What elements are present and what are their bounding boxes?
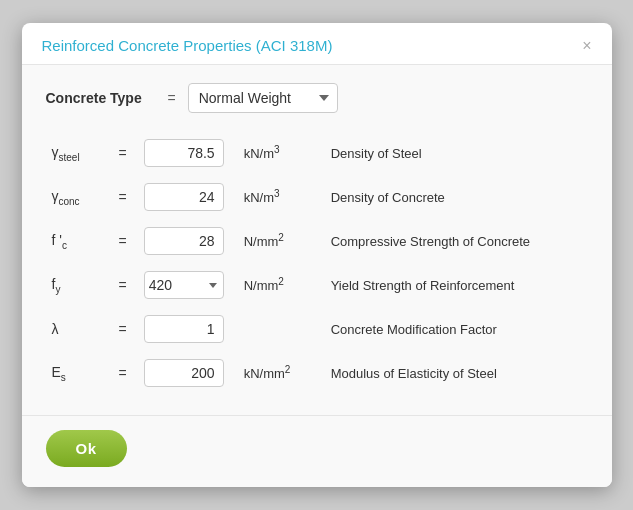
prop-unit: kN/m3 xyxy=(238,175,325,219)
prop-unit xyxy=(238,307,325,351)
concrete-type-equals: = xyxy=(168,90,176,106)
prop-symbol: γsteel xyxy=(46,131,108,175)
prop-unit: kN/m3 xyxy=(238,131,325,175)
prop-input-0[interactable] xyxy=(144,139,224,167)
prop-description: Yield Strength of Reinforcement xyxy=(325,263,588,307)
concrete-type-row: Concrete Type = Normal Weight Lightweigh… xyxy=(46,83,588,113)
prop-input-5[interactable] xyxy=(144,359,224,387)
dialog-footer: Ok xyxy=(22,415,612,487)
prop-description: Concrete Modification Factor xyxy=(325,307,588,351)
prop-select-3[interactable]: 280350420500 xyxy=(144,271,224,299)
prop-input-2[interactable] xyxy=(144,227,224,255)
prop-symbol: Es xyxy=(46,351,108,395)
prop-unit: kN/mm2 xyxy=(238,351,325,395)
prop-symbol: γconc xyxy=(46,175,108,219)
prop-description: Density of Concrete xyxy=(325,175,588,219)
prop-input-4[interactable] xyxy=(144,315,224,343)
table-row: γconc=kN/m3Density of Concrete xyxy=(46,175,588,219)
prop-equals: = xyxy=(108,175,138,219)
table-row: f 'c=N/mm2Compressive Strength of Concre… xyxy=(46,219,588,263)
prop-unit: N/mm2 xyxy=(238,219,325,263)
prop-symbol: λ xyxy=(46,307,108,351)
prop-equals: = xyxy=(108,307,138,351)
concrete-type-label: Concrete Type xyxy=(46,90,156,106)
prop-symbol: fy xyxy=(46,263,108,307)
prop-unit: N/mm2 xyxy=(238,263,325,307)
prop-description: Density of Steel xyxy=(325,131,588,175)
dialog-header: Reinforced Concrete Properties (ACI 318M… xyxy=(22,23,612,65)
prop-description: Modulus of Elasticity of Steel xyxy=(325,351,588,395)
prop-symbol: f 'c xyxy=(46,219,108,263)
prop-equals: = xyxy=(108,219,138,263)
concrete-type-select[interactable]: Normal Weight Lightweight xyxy=(188,83,338,113)
prop-description: Compressive Strength of Concrete xyxy=(325,219,588,263)
table-row: λ=Concrete Modification Factor xyxy=(46,307,588,351)
table-row: γsteel=kN/m3Density of Steel xyxy=(46,131,588,175)
dialog-title: Reinforced Concrete Properties (ACI 318M… xyxy=(42,37,333,54)
ok-button[interactable]: Ok xyxy=(46,430,127,467)
prop-equals: = xyxy=(108,351,138,395)
table-row: Es=kN/mm2Modulus of Elasticity of Steel xyxy=(46,351,588,395)
dialog: Reinforced Concrete Properties (ACI 318M… xyxy=(22,23,612,487)
prop-equals: = xyxy=(108,263,138,307)
prop-input-1[interactable] xyxy=(144,183,224,211)
table-row: fy=280350420500N/mm2Yield Strength of Re… xyxy=(46,263,588,307)
properties-table: γsteel=kN/m3Density of Steelγconc=kN/m3D… xyxy=(46,131,588,395)
close-button[interactable]: × xyxy=(582,38,591,54)
dialog-body: Concrete Type = Normal Weight Lightweigh… xyxy=(22,65,612,415)
prop-equals: = xyxy=(108,131,138,175)
